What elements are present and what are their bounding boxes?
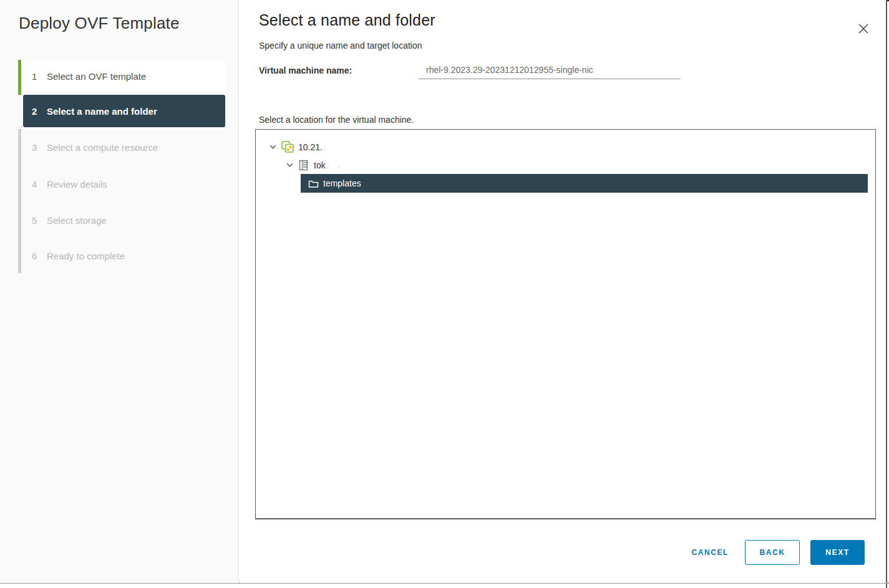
step-label: Select an OVF template [47, 71, 146, 82]
step-item-select-compute-resource: 3 Select a compute resource [23, 138, 225, 156]
vcenter-icon [281, 141, 294, 153]
step-item-ready-to-complete: 6 Ready to complete [23, 247, 225, 264]
step-number: 5 [32, 215, 47, 226]
step-number: 2 [32, 106, 47, 117]
page-title: Select a name and folder [259, 11, 435, 29]
step-progress-bar-green [18, 60, 21, 95]
tree-node-datacenter[interactable]: tok , , [256, 156, 875, 174]
step-item-review-details: 4 Review details [23, 175, 225, 193]
step-label: Select storage [47, 215, 107, 226]
step-description: Specify a unique name and target locatio… [259, 41, 422, 51]
redacted-text: , , [327, 161, 344, 169]
chevron-down-icon[interactable] [268, 143, 277, 152]
step-number: 3 [32, 142, 47, 153]
step-item-select-storage: 5 Select storage [23, 211, 225, 229]
deploy-ovf-dialog: Deploy OVF Template 1 Select an OVF temp… [0, 0, 889, 588]
step-label: Select a name and folder [47, 106, 157, 117]
cancel-button[interactable]: CANCEL [683, 542, 737, 563]
step-number: 1 [32, 71, 47, 82]
wizard-sidebar: Deploy OVF Template 1 Select an OVF temp… [0, 0, 239, 583]
step-item-select-ovf-template[interactable]: 1 Select an OVF template [23, 60, 225, 92]
wizard-content-pane: Select a name and folder Specify a uniqu… [240, 0, 886, 583]
next-button[interactable]: NEXT [810, 540, 865, 565]
tree-node-label: tok [314, 160, 326, 170]
wizard-footer: CANCEL BACK NEXT [683, 540, 865, 565]
vm-name-row: Virtual machine name: [259, 64, 681, 79]
window-right-border [886, 0, 887, 588]
redacted-text: . [324, 143, 329, 151]
back-button[interactable]: BACK [745, 540, 800, 565]
location-instruction: Select a location for the virtual machin… [259, 115, 414, 125]
tree-node-vcenter[interactable]: 10.21. . [256, 138, 875, 156]
datacenter-icon [298, 160, 309, 171]
close-icon [857, 22, 870, 36]
folder-tree: 10.21. . [255, 129, 876, 519]
close-button[interactable] [855, 21, 872, 38]
tree-node-label: templates [323, 178, 361, 188]
step-label: Ready to complete [47, 251, 125, 261]
step-item-select-name-folder[interactable]: 2 Select a name and folder [23, 95, 225, 127]
step-number: 6 [32, 251, 47, 261]
step-label: Select a compute resource [47, 142, 158, 153]
vm-name-input[interactable] [419, 64, 681, 79]
chevron-down-icon[interactable] [285, 161, 294, 170]
step-label: Review details [47, 179, 107, 190]
tree-node-label: 10.21. [298, 142, 323, 152]
tree-node-templates-folder[interactable]: templates [301, 174, 868, 193]
dialog-title: Deploy OVF Template [19, 14, 180, 33]
folder-icon [308, 179, 319, 188]
step-number: 4 [32, 179, 47, 190]
step-progress-rail [18, 129, 21, 273]
vm-name-label: Virtual machine name: [259, 64, 419, 75]
